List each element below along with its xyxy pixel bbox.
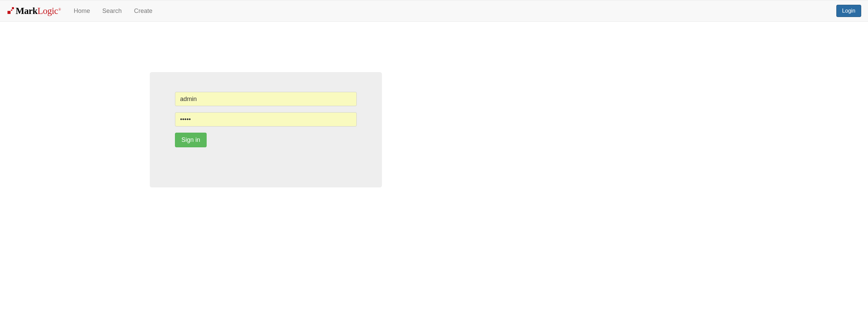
username-input[interactable] [175, 92, 357, 106]
password-input[interactable] [175, 112, 357, 127]
nav-create[interactable]: Create [134, 7, 152, 15]
login-button[interactable]: Login [836, 5, 861, 17]
signin-button[interactable]: Sign in [175, 133, 207, 147]
brand-text: MarkLogic® [16, 6, 61, 16]
nav-links: Home Search Create [74, 7, 836, 15]
main-content: Sign in [0, 22, 868, 187]
navbar: MarkLogic® Home Search Create Login [0, 0, 868, 22]
login-card: Sign in [150, 72, 382, 187]
nav-search[interactable]: Search [102, 7, 122, 15]
brand-logo[interactable]: MarkLogic® [7, 6, 61, 16]
logo-mark-icon [7, 7, 14, 15]
nav-home[interactable]: Home [74, 7, 90, 15]
